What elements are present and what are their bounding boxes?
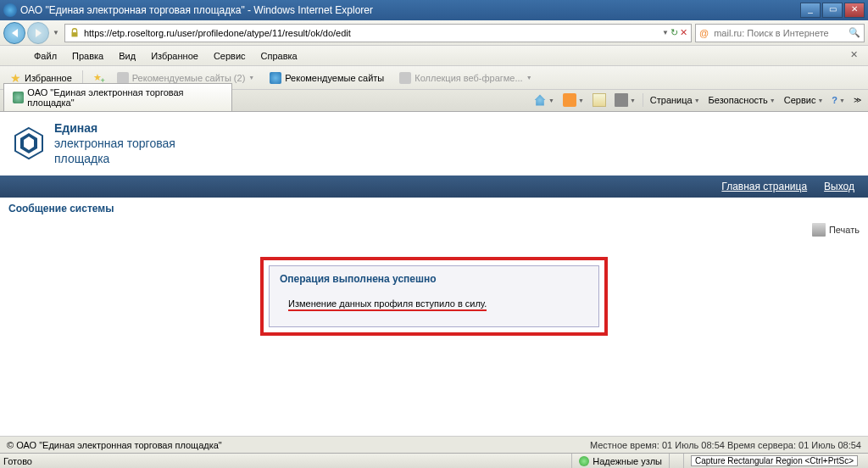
recommended-sites-label: Рекомендуемые сайты xyxy=(285,73,384,83)
menu-edit[interactable]: Правка xyxy=(67,49,108,63)
menu-file[interactable]: Файл xyxy=(29,49,62,63)
fragments-icon xyxy=(399,72,411,84)
status-bar: Готово Надежные узлы Capture Rectangular… xyxy=(0,453,868,468)
print-icon xyxy=(615,93,628,107)
add-star-icon: ★+ xyxy=(93,72,102,83)
home-link[interactable]: Главная страница xyxy=(721,181,807,192)
status-segment xyxy=(669,454,683,468)
page-menu[interactable]: Страница▼ xyxy=(647,93,704,107)
brand-line3: площадка xyxy=(54,151,175,166)
tools-menu[interactable]: Сервис▼ xyxy=(781,93,827,107)
copyright-text: © ОАО "Единая электронная торговая площа… xyxy=(7,440,590,450)
capture-tooltip: Capture Rectangular Region <Ctrl+PrtSc> xyxy=(683,454,865,468)
history-dropdown-icon[interactable]: ▼ xyxy=(53,29,59,36)
browser-tab[interactable]: ОАО "Единая электронная торговая площадк… xyxy=(3,83,232,111)
system-message-heading: Сообщение системы xyxy=(0,198,868,220)
help-button[interactable]: ?▼ xyxy=(828,93,849,107)
brand-line2: электронная торговая xyxy=(54,136,175,151)
ie-small-icon xyxy=(270,72,281,84)
search-provider-icon: @ xyxy=(696,28,712,38)
command-overflow[interactable]: ≫ xyxy=(850,94,865,106)
menu-favorites[interactable]: Избранное xyxy=(146,49,203,63)
menubar-close-icon[interactable]: ✕ xyxy=(846,49,861,63)
time-info: Местное время: 01 Июль 08:54 Время серве… xyxy=(590,440,861,450)
safety-menu-label: Безопасность xyxy=(709,95,768,105)
brand-line1: Единая xyxy=(54,120,175,136)
back-button[interactable] xyxy=(3,22,25,44)
capture-label: Capture Rectangular Region <Ctrl+PrtSc> xyxy=(691,455,858,466)
menu-help[interactable]: Справка xyxy=(256,49,303,63)
server-time-value: 01 Июль 08:54 xyxy=(798,440,861,450)
search-button[interactable]: 🔍 xyxy=(845,27,864,38)
server-time-label: Время сервера: xyxy=(727,440,796,450)
maximize-button[interactable]: ▭ xyxy=(822,3,843,18)
panel-title: Операция выполнена успешно xyxy=(280,273,588,285)
site-favicon xyxy=(13,92,24,103)
print-row: Печать xyxy=(0,220,868,240)
tab-bar: ОАО "Единая электронная торговая площадк… xyxy=(0,90,868,112)
web-fragments-label: Коллекция веб-фрагме... xyxy=(415,73,522,83)
help-icon: ? xyxy=(832,95,837,105)
trusted-icon xyxy=(579,456,589,466)
local-time-label: Местное время: xyxy=(590,440,659,450)
favorites-label: Избранное xyxy=(25,73,72,83)
menu-bar: Файл Правка Вид Избранное Сервис Справка… xyxy=(0,46,868,66)
home-button[interactable]: ▼ xyxy=(530,92,558,109)
print-label: Печать xyxy=(829,225,860,235)
web-fragments-link[interactable]: Коллекция веб-фрагме... ▼ xyxy=(394,70,537,86)
print-link[interactable]: Печать xyxy=(812,223,860,237)
exit-link[interactable]: Выход xyxy=(824,181,854,192)
page-footer: © ОАО "Единая электронная торговая площа… xyxy=(0,436,868,453)
panel-message: Изменение данных профиля вступило в силу… xyxy=(288,298,487,311)
page-menu-label: Страница xyxy=(650,95,693,105)
recommended-sites-count-label: Рекомендуемые сайты (2) xyxy=(132,73,246,83)
recommended-sites-link[interactable]: Рекомендуемые сайты xyxy=(264,70,389,86)
refresh-button[interactable]: ↻ xyxy=(670,27,678,38)
home-icon xyxy=(533,93,547,107)
status-ready: Готово xyxy=(3,456,49,466)
feed-icon xyxy=(563,93,576,107)
stop-button[interactable]: ✕ xyxy=(680,27,687,38)
local-time-value: 01 Июль 08:54 xyxy=(662,440,725,450)
navigation-bar: ▼ ▼ ↻ ✕ @ 🔍 xyxy=(0,20,868,46)
search-input[interactable] xyxy=(712,28,845,38)
address-bar[interactable]: ▼ ↻ ✕ xyxy=(64,24,692,42)
printer-icon xyxy=(812,223,826,237)
read-mail-button[interactable] xyxy=(589,92,609,109)
message-panel: Операция выполнена успешно Изменение дан… xyxy=(269,265,599,327)
trusted-label: Надежные узлы xyxy=(593,456,662,466)
print-button[interactable]: ▼ xyxy=(611,92,639,109)
tools-menu-label: Сервис xyxy=(784,95,816,105)
minimize-button[interactable]: _ xyxy=(800,3,821,18)
sites-icon xyxy=(117,72,129,84)
command-bar: ▼ ▼ ▼ Страница▼ Безопасность▼ Сервис▼ ?▼… xyxy=(530,92,865,111)
separator xyxy=(643,93,643,107)
ie-icon xyxy=(3,3,17,17)
search-bar[interactable]: @ 🔍 xyxy=(695,24,865,42)
lock-icon xyxy=(69,27,81,39)
forward-button[interactable] xyxy=(27,22,49,44)
page-header: Единая электронная торговая площадка xyxy=(0,112,868,176)
url-input[interactable] xyxy=(84,28,659,38)
window-title: ОАО "Единая электронная торговая площадк… xyxy=(20,4,798,16)
url-dropdown-icon[interactable]: ▼ xyxy=(662,29,669,36)
highlight-box: Операция выполнена успешно Изменение дан… xyxy=(260,257,608,336)
svg-rect-0 xyxy=(71,32,77,36)
menu-view[interactable]: Вид xyxy=(114,49,141,63)
brand-logo xyxy=(12,126,46,160)
window-titlebar: ОАО "Единая электронная торговая площадк… xyxy=(0,0,868,20)
top-nav-band: Главная страница Выход xyxy=(0,176,868,198)
trusted-zone[interactable]: Надежные узлы xyxy=(571,454,669,468)
brand-text: Единая электронная торговая площадка xyxy=(54,120,175,167)
safety-menu[interactable]: Безопасность▼ xyxy=(705,93,779,107)
tab-title: ОАО "Единая электронная торговая площадк… xyxy=(27,87,223,108)
mail-icon xyxy=(593,93,606,107)
feeds-button[interactable]: ▼ xyxy=(559,92,587,109)
close-button[interactable]: ✕ xyxy=(844,3,865,18)
menu-service[interactable]: Сервис xyxy=(209,49,251,63)
page-content: Единая электронная торговая площадка Гла… xyxy=(0,112,868,353)
content-area: Операция выполнена успешно Изменение дан… xyxy=(0,240,868,353)
